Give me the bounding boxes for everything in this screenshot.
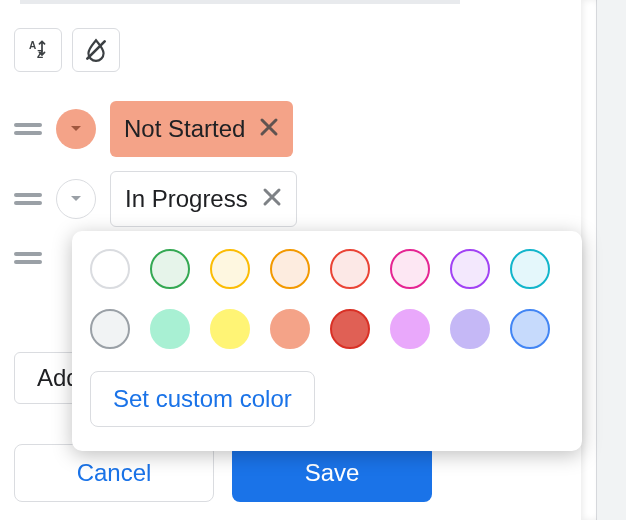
save-label: Save [305, 459, 360, 487]
set-custom-color-label: Set custom color [113, 385, 292, 413]
svg-text:A: A [29, 40, 36, 51]
toolbar: A Z [14, 28, 120, 72]
color-swatch[interactable] [390, 309, 430, 349]
caret-down-icon [70, 195, 82, 203]
colorblind-off-icon [83, 37, 109, 63]
set-custom-color-button[interactable]: Set custom color [90, 371, 315, 427]
sort-az-button[interactable]: A Z [14, 28, 62, 72]
drag-handle-icon[interactable] [14, 123, 42, 135]
color-swatch[interactable] [210, 249, 250, 289]
drag-handle-icon[interactable] [14, 252, 42, 264]
option-color-button[interactable] [56, 109, 96, 149]
option-label: Not Started [124, 115, 245, 143]
color-swatch[interactable] [150, 309, 190, 349]
color-swatch[interactable] [210, 309, 250, 349]
option-color-button[interactable] [56, 179, 96, 219]
option-chip[interactable]: Not Started [110, 101, 293, 157]
color-swatch[interactable] [270, 249, 310, 289]
panel-right-edge [596, 0, 626, 520]
color-swatch[interactable] [450, 309, 490, 349]
option-row: Not Started [14, 94, 297, 164]
color-swatch[interactable] [150, 249, 190, 289]
cancel-button[interactable]: Cancel [14, 444, 214, 502]
color-swatch[interactable] [330, 309, 370, 349]
colorblind-toggle-button[interactable] [72, 28, 120, 72]
color-picker-popover: Set custom color [72, 231, 582, 451]
option-label: In Progress [125, 185, 248, 213]
option-row: In Progress [14, 164, 297, 234]
color-swatch[interactable] [510, 249, 550, 289]
color-swatch[interactable] [270, 309, 310, 349]
close-icon[interactable] [259, 115, 279, 143]
dialog-footer: Cancel Save [14, 444, 432, 502]
caret-down-icon [70, 125, 82, 133]
close-icon[interactable] [262, 185, 282, 213]
cancel-label: Cancel [77, 459, 152, 487]
color-swatch[interactable] [90, 249, 130, 289]
option-chip[interactable]: In Progress [110, 171, 297, 227]
save-button[interactable]: Save [232, 444, 432, 502]
color-swatch[interactable] [450, 249, 490, 289]
color-swatch[interactable] [330, 249, 370, 289]
color-swatch[interactable] [90, 309, 130, 349]
color-swatch-grid [90, 249, 564, 349]
color-swatch[interactable] [390, 249, 430, 289]
sort-az-icon: A Z [26, 38, 50, 62]
top-divider [20, 0, 460, 4]
color-swatch[interactable] [510, 309, 550, 349]
drag-handle-icon[interactable] [14, 193, 42, 205]
